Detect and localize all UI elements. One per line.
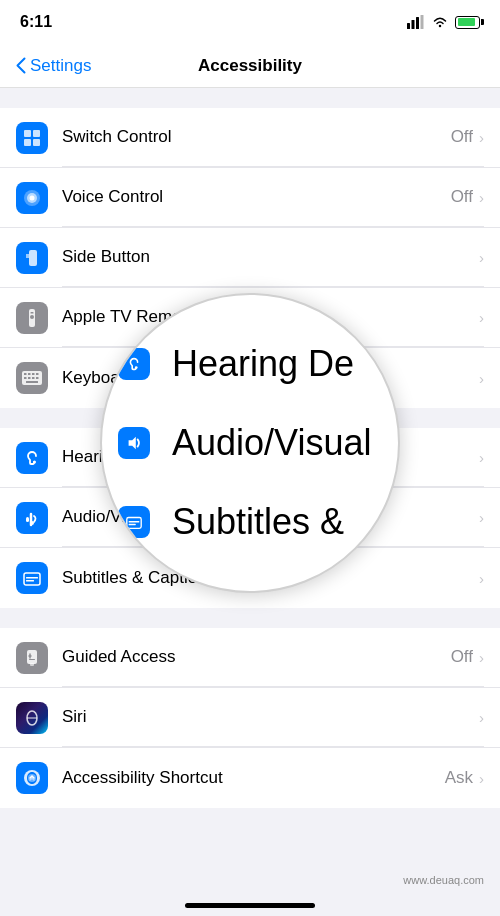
row-siri[interactable]: Siri › — [0, 688, 500, 748]
audio-visual-chevron: › — [479, 509, 484, 526]
svg-rect-41 — [129, 521, 140, 522]
apple-tv-remote-icon — [16, 302, 48, 334]
watermark: www.deuaq.com — [403, 874, 484, 886]
svg-rect-18 — [32, 373, 35, 375]
guided-access-icon — [16, 642, 48, 674]
magnifier-hearing-icon — [118, 348, 150, 380]
svg-rect-33 — [30, 663, 34, 666]
row-guided-access[interactable]: Guided Access Off › — [0, 628, 500, 688]
hearing-icon-svg — [22, 448, 42, 468]
svg-rect-4 — [24, 130, 31, 137]
svg-rect-13 — [31, 312, 34, 314]
magnifier-text-3: Subtitles & — [172, 501, 344, 543]
back-button[interactable]: Settings — [16, 56, 91, 76]
apple-tv-remote-chevron: › — [479, 309, 484, 326]
magnifier-text-1: Hearing De — [172, 343, 354, 385]
subtitles-icon — [16, 562, 48, 594]
side-icon-svg — [22, 248, 42, 268]
svg-rect-0 — [407, 23, 410, 29]
svg-rect-1 — [412, 20, 415, 29]
guided-access-right: Off › — [451, 647, 484, 667]
guided-access-value: Off — [451, 647, 473, 667]
status-icons — [407, 15, 480, 29]
side-button-right: › — [479, 249, 484, 266]
back-label: Settings — [30, 56, 91, 76]
subtitles-right: › — [479, 570, 484, 587]
magnifier-audio-icon — [118, 427, 150, 459]
side-button-icon — [16, 242, 48, 274]
side-button-label: Side Button — [62, 247, 150, 267]
svg-rect-42 — [129, 523, 136, 524]
svg-marker-39 — [129, 437, 136, 450]
page-title: Accessibility — [198, 56, 302, 76]
svg-rect-22 — [32, 377, 35, 379]
hearing-devices-chevron: › — [479, 449, 484, 466]
voice-control-value: Off — [451, 187, 473, 207]
svg-rect-32 — [29, 659, 35, 660]
svg-rect-28 — [24, 573, 40, 585]
switch-control-icon — [16, 122, 48, 154]
svg-rect-21 — [28, 377, 31, 379]
svg-rect-19 — [36, 373, 39, 375]
svg-point-25 — [33, 460, 36, 463]
switch-control-value: Off — [451, 127, 473, 147]
shortcut-icon-svg — [22, 768, 42, 788]
svg-rect-16 — [24, 373, 27, 375]
svg-rect-40 — [127, 517, 141, 528]
row-side-button[interactable]: Side Button › — [0, 228, 500, 288]
wifi-icon — [431, 15, 449, 29]
subtitles-chevron: › — [479, 570, 484, 587]
row-accessibility-shortcut[interactable]: Accessibility Shortcut Ask › — [0, 748, 500, 808]
svg-rect-11 — [29, 250, 37, 266]
svg-rect-26 — [26, 517, 29, 522]
svg-point-14 — [30, 315, 34, 319]
siri-right: › — [479, 709, 484, 726]
svg-point-27 — [30, 521, 34, 525]
row-switch-control[interactable]: Switch Control Off › — [0, 108, 500, 168]
voice-control-icon — [16, 182, 48, 214]
svg-rect-31 — [27, 650, 37, 664]
siri-content: Siri › — [62, 688, 484, 747]
guided-access-chevron: › — [479, 649, 484, 666]
switch-control-label: Switch Control — [62, 127, 172, 147]
voice-control-content: Voice Control Off › — [62, 168, 484, 227]
svg-rect-23 — [36, 377, 39, 379]
back-chevron-icon — [16, 57, 26, 74]
audio-icon-svg — [22, 508, 42, 528]
voice-control-chevron: › — [479, 189, 484, 206]
battery-icon — [455, 16, 480, 29]
svg-point-10 — [30, 195, 35, 200]
side-button-content: Side Button › — [62, 228, 484, 287]
section-gap-2 — [0, 608, 500, 628]
accessibility-shortcut-content: Accessibility Shortcut Ask › — [62, 748, 484, 808]
home-indicator — [185, 903, 315, 908]
status-bar: 6:11 — [0, 0, 500, 44]
svg-rect-30 — [26, 580, 34, 582]
subtitles-icon-svg — [22, 568, 42, 588]
accessibility-shortcut-label: Accessibility Shortcut — [62, 768, 223, 788]
svg-rect-7 — [33, 139, 40, 146]
keyboard-icon-svg — [22, 371, 42, 385]
svg-rect-20 — [24, 377, 27, 379]
svg-rect-6 — [24, 139, 31, 146]
signal-icon — [407, 15, 425, 29]
svg-rect-29 — [26, 577, 38, 579]
svg-rect-2 — [416, 17, 419, 29]
accessibility-shortcut-icon — [16, 762, 48, 794]
voice-icon-svg — [22, 188, 42, 208]
hearing-devices-right: › — [479, 449, 484, 466]
svg-rect-5 — [33, 130, 40, 137]
svg-point-38 — [135, 367, 138, 370]
guided-access-content: Guided Access Off › — [62, 628, 484, 687]
accessibility-shortcut-right: Ask › — [445, 768, 484, 788]
guided-access-label: Guided Access — [62, 647, 175, 667]
magnifier-icons — [102, 295, 150, 591]
siri-label: Siri — [62, 707, 87, 727]
siri-chevron: › — [479, 709, 484, 726]
row-voice-control[interactable]: Voice Control Off › — [0, 168, 500, 228]
keyboards-right: › — [479, 370, 484, 387]
guided-icon-svg — [22, 648, 42, 668]
magnifier-subtitles-icon — [118, 506, 150, 538]
accessibility-shortcut-value: Ask — [445, 768, 473, 788]
accessibility-shortcut-chevron: › — [479, 770, 484, 787]
